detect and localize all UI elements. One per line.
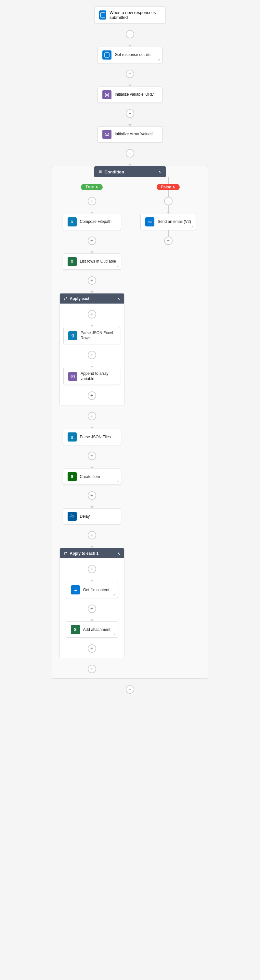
false-branch: False ∧ + ✉ Send an email (V2) ↗ + (133, 177, 204, 673)
connector-line (92, 613, 92, 619)
add-loop1-step-btn[interactable]: + (88, 565, 96, 573)
add-false-step-btn[interactable]: + (164, 197, 173, 205)
add-final-step-btn[interactable]: + (126, 685, 134, 694)
parse-json-excel-label: Parse JSON Excel Rows (81, 331, 116, 340)
get-response-card[interactable]: Get response details ↗ (97, 47, 163, 63)
corner-icon: ↗ (113, 593, 116, 597)
true-branch: True ∧ + D Compose Filepath + (56, 177, 127, 673)
apply-each-loop: ⇄ Apply each ∧ + {} (59, 293, 124, 406)
corner-icon: ↗ (158, 58, 160, 62)
add-after-loop1-btn[interactable]: + (88, 412, 96, 420)
connector-line (92, 460, 92, 466)
add-loop-step-btn[interactable]: + (88, 310, 96, 318)
add-loop-step-btn-1[interactable]: + (88, 351, 96, 359)
send-email-icon: ✉ (145, 217, 154, 226)
condition-header: ≡ Condition ∧ (52, 166, 208, 177)
add-after-parse-btn[interactable]: + (88, 452, 96, 460)
create-item-card[interactable]: S Create item ↗ (63, 469, 121, 485)
add-step-btn-2[interactable]: + (126, 109, 134, 118)
add-step-btn-0[interactable]: + (126, 30, 134, 38)
loop-1-header[interactable]: ⇄ Apply to each 1 ∧ (60, 548, 124, 558)
parse-json-excel-card[interactable]: {} Parse JSON Excel Rows (63, 327, 120, 344)
add-attachment-label: Add attachment (83, 627, 113, 633)
init-url-label: Initialize variable 'URL' (115, 92, 158, 97)
append-array-card[interactable]: {x} Append to array variable (63, 368, 120, 385)
list-rows-card[interactable]: X List rows in OutTable ↗ (63, 253, 121, 270)
get-file-content-card[interactable]: ☁ Get file content ↗ (66, 582, 118, 598)
connector-line (92, 359, 92, 366)
trigger-card[interactable]: When a new response is submitted (94, 6, 166, 24)
connector-line (92, 230, 92, 237)
add-after-delay-btn[interactable]: + (88, 531, 96, 539)
condition-branches: True ∧ + D Compose Filepath + (52, 177, 208, 673)
loop-1-icon: ⇄ (64, 551, 67, 556)
condition-chevron[interactable]: ∧ (158, 170, 161, 174)
connector-line (92, 385, 92, 391)
init-array-card[interactable]: {x} Initialize Array 'Values' (97, 126, 163, 143)
add-step-btn-1[interactable]: + (126, 70, 134, 78)
condition-label: Condition (104, 170, 124, 174)
add-true-step-btn-2[interactable]: + (88, 276, 96, 285)
add-true-step-btn-1[interactable]: + (88, 237, 96, 245)
get-response-icon (102, 51, 111, 60)
send-email-label: Send an email (V2) (158, 219, 191, 224)
false-label[interactable]: False ∧ (157, 184, 180, 190)
init-url-icon: {x} (102, 90, 111, 99)
init-url-card[interactable]: {x} Initialize variable 'URL' (97, 86, 163, 103)
connector-line (130, 38, 130, 45)
init-array-label: Initialize Array 'Values' (115, 132, 158, 137)
flow-canvas: When a new response is submitted + Get r… (0, 6, 260, 694)
append-array-icon: {x} (68, 372, 77, 381)
connector-line (92, 177, 92, 184)
get-file-label: Get file content (83, 588, 113, 593)
corner-icon: ↗ (116, 265, 119, 268)
connector-line (130, 24, 130, 30)
connector-line (92, 406, 92, 412)
list-rows-icon: X (68, 257, 77, 266)
create-item-label: Create item (80, 474, 116, 480)
add-loop-step-btn-end[interactable]: + (88, 391, 96, 400)
connector-line (92, 558, 92, 565)
connector-line (168, 230, 169, 237)
send-email-card[interactable]: ✉ Send an email (V2) ↗ (140, 214, 196, 230)
true-label[interactable]: True ∧ (81, 184, 102, 190)
loop-body: + {} Parse JSON Excel Rows + (60, 304, 124, 402)
add-attachment-icon: S (71, 625, 80, 634)
add-after-create-btn[interactable]: + (88, 491, 96, 500)
connector-line (130, 158, 130, 164)
connector-line (92, 245, 92, 251)
connector-line (92, 598, 92, 605)
loop-1-chevron[interactable]: ∧ (117, 551, 120, 556)
get-response-label: Get response details (115, 52, 158, 57)
add-attachment-card[interactable]: S Add attachment ↗ (66, 622, 118, 638)
loop-header[interactable]: ⇄ Apply each ∧ (60, 293, 124, 304)
trigger-step: When a new response is submitted + Get r… (94, 6, 166, 166)
corner-icon: ↗ (116, 480, 119, 483)
connector-line (92, 318, 92, 325)
condition-block[interactable]: ≡ Condition ∧ (94, 166, 166, 177)
connector-line (92, 270, 92, 276)
add-step-btn-3[interactable]: + (126, 149, 134, 158)
loop-icon: ⇄ (64, 296, 67, 301)
parse-json-files-icon: {} (68, 433, 77, 442)
condition-icon: ≡ (99, 169, 102, 175)
compose-filepath-card[interactable]: D Compose Filepath (63, 214, 121, 230)
connector-line (92, 190, 92, 197)
parse-json-excel-icon: {} (68, 331, 77, 340)
delay-card[interactable]: ⏱ Delay (63, 508, 121, 525)
add-true-step-btn[interactable]: + (88, 197, 96, 205)
corner-icon: ↗ (113, 633, 116, 636)
add-false-end-btn[interactable]: + (164, 237, 173, 245)
loop-chevron[interactable]: ∧ (117, 296, 120, 301)
add-loop1-step-btn-1[interactable]: + (88, 605, 96, 613)
connector-line (130, 103, 130, 109)
connector-line (92, 485, 92, 491)
parse-json-files-card[interactable]: {} Parse JSON Files (63, 429, 121, 445)
connector-line (130, 63, 130, 70)
add-loop1-step-end-btn[interactable]: + (88, 644, 96, 653)
connector-line (92, 573, 92, 580)
add-end-true-btn[interactable]: + (88, 665, 96, 673)
connector-line (130, 118, 130, 124)
connector-line (92, 304, 92, 310)
append-array-label: Append to array variable (81, 371, 116, 381)
